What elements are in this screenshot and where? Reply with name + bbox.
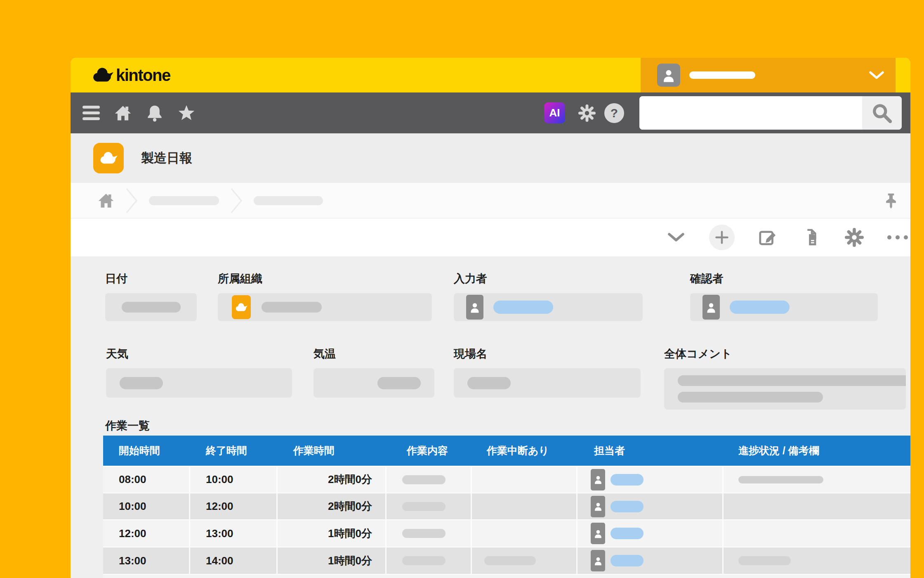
value-placeholder (484, 556, 536, 565)
worklist-table: 開始時間 終了時間 作業時間 作業内容 作業中断あり 担当者 進捗状況 / 備考… (103, 436, 910, 578)
cell-progress (724, 467, 910, 493)
table-header-row: 開始時間 終了時間 作業時間 作業内容 作業中断あり 担当者 進捗状況 / 備考… (103, 436, 910, 466)
pin-icon[interactable] (884, 193, 898, 211)
value-placeholder (120, 377, 163, 389)
ai-assistant-button[interactable]: AI (544, 102, 565, 123)
gear-icon[interactable] (578, 104, 596, 122)
user-link-placeholder (610, 555, 644, 566)
global-search (639, 96, 902, 130)
field-date-value (105, 293, 197, 321)
user-avatar (657, 64, 680, 87)
field-confirmed-by-value (690, 293, 878, 321)
value-placeholder (402, 556, 446, 565)
record-settings-button[interactable] (844, 227, 865, 248)
worklist-section-title: 作業一覧 (105, 418, 150, 433)
value-placeholder (402, 475, 446, 484)
duplicate-record-button[interactable] (801, 227, 821, 248)
star-icon[interactable] (177, 104, 196, 122)
user-icon (594, 529, 602, 538)
user-icon (594, 556, 602, 566)
field-label: 現場名 (454, 346, 641, 361)
nav-left-icons (82, 92, 196, 133)
record-detail: 日付 所属組織 入力者 確認者 (71, 256, 910, 578)
column-header: 作業時間 (278, 436, 387, 466)
table-row-partial (103, 574, 910, 578)
value-placeholder (262, 302, 322, 313)
search-icon (871, 102, 893, 124)
add-record-button[interactable] (709, 225, 735, 250)
user-name-placeholder (689, 71, 755, 79)
gear-icon (845, 228, 864, 247)
breadcrumb-item-placeholder (149, 196, 219, 205)
cell-assignee (578, 467, 724, 493)
field-weather: 天気 (106, 346, 292, 398)
plus-icon (714, 230, 729, 245)
collapse-chevron-icon[interactable] (666, 227, 686, 248)
kintone-window: kintone AI ? (71, 58, 910, 578)
bell-icon[interactable] (146, 104, 164, 122)
breadcrumb (71, 183, 910, 218)
field-label: 全体コメント (664, 346, 906, 361)
home-icon[interactable] (114, 104, 132, 122)
desktop-background: kintone AI ? (0, 0, 924, 578)
user-menu[interactable] (641, 58, 896, 92)
app-cloud-icon (93, 143, 124, 173)
field-label: 入力者 (454, 271, 643, 286)
more-options-button[interactable] (887, 227, 908, 248)
help-button[interactable]: ? (604, 103, 624, 123)
user-icon (594, 502, 602, 511)
field-site-name: 現場名 (454, 346, 641, 398)
field-date: 日付 (105, 271, 197, 321)
field-temperature-value (314, 368, 434, 398)
cell-duration: 2時間0分 (278, 493, 387, 519)
field-entered-by-value (454, 293, 643, 321)
user-icon (662, 69, 675, 82)
user-link-placeholder (610, 501, 644, 512)
value-placeholder (402, 502, 446, 511)
value-placeholder (402, 529, 446, 538)
field-label: 所属組織 (218, 271, 432, 286)
table-row: 12:00 13:00 1時間0分 (103, 519, 910, 547)
value-placeholder (678, 392, 823, 403)
record-toolbar (71, 218, 910, 256)
user-link-placeholder (610, 528, 644, 539)
kintone-logo[interactable]: kintone (92, 58, 170, 92)
field-label: 日付 (105, 271, 197, 286)
cell-progress (724, 520, 910, 547)
user-icon (594, 475, 602, 484)
field-organization: 所属組織 (218, 271, 432, 321)
field-label: 気温 (314, 346, 434, 361)
cell-end-time: 14:00 (190, 547, 278, 574)
menu-icon[interactable] (82, 104, 100, 122)
user-avatar (591, 523, 605, 544)
user-avatar (702, 295, 720, 320)
column-header: 終了時間 (190, 436, 278, 466)
field-site-name-value (454, 368, 641, 398)
value-placeholder (377, 377, 421, 389)
user-link-placeholder (730, 301, 790, 314)
breadcrumb-home-icon[interactable] (98, 193, 114, 208)
column-header: 担当者 (578, 436, 724, 466)
value-placeholder (467, 377, 511, 389)
edit-icon (758, 228, 777, 247)
search-button[interactable] (862, 96, 902, 130)
cell-interruption (472, 520, 578, 547)
cell-assignee (578, 493, 724, 519)
value-placeholder (738, 556, 791, 565)
brand-header: kintone (71, 58, 910, 92)
column-header: 開始時間 (103, 436, 190, 466)
cell-interruption (472, 493, 578, 519)
search-input[interactable] (639, 96, 862, 130)
edit-record-button[interactable] (757, 227, 778, 248)
cell-assignee (578, 520, 724, 547)
field-temperature: 気温 (314, 346, 434, 398)
cell-end-time: 12:00 (190, 493, 278, 519)
breadcrumb-separator-icon (230, 188, 243, 213)
organization-icon (232, 295, 251, 319)
cell-work-content (387, 493, 472, 519)
duplicate-icon (801, 228, 820, 247)
cell-work-content (387, 547, 472, 574)
record-toolbar-buttons (666, 218, 908, 256)
cell-start-time: 12:00 (103, 520, 190, 547)
table-row: 10:00 12:00 2時間0分 (103, 493, 910, 519)
